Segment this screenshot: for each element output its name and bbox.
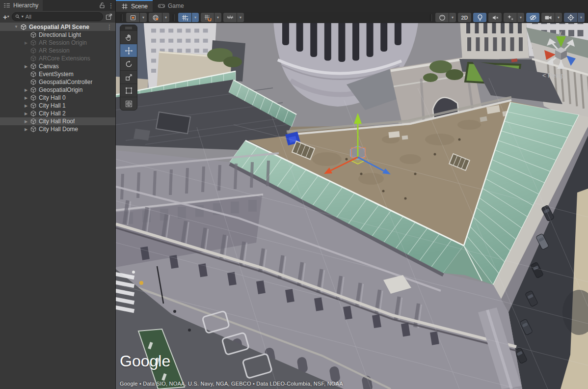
gameobject-cube-icon xyxy=(29,47,37,55)
hierarchy-item-label: GeospatialOrigin xyxy=(39,86,82,93)
hierarchy-item-arcore-extensions[interactable]: ARCore Extensions xyxy=(0,55,115,62)
transform-tool-button[interactable] xyxy=(120,97,137,110)
globe-icon xyxy=(152,14,160,22)
hierarchy-item-label: AR Session Origin xyxy=(39,39,87,46)
2d-toggle-button[interactable]: 2D xyxy=(458,13,471,22)
hierarchy-item-directional-light[interactable]: Directional Light xyxy=(0,31,115,39)
gameobject-cube-icon xyxy=(29,78,37,86)
gizmos-button[interactable] xyxy=(564,13,577,22)
gameobject-cube-icon xyxy=(29,125,37,133)
expand-arrow-icon[interactable]: ▶ xyxy=(23,88,29,92)
hierarchy-item-ar-session[interactable]: AR Session xyxy=(0,47,115,55)
scene-view-toolbar: ▾ ▾ ▾ xyxy=(116,12,588,23)
hierarchy-search-input[interactable] xyxy=(25,13,100,20)
scale-tool-button[interactable] xyxy=(120,70,137,83)
pivot-mode-button[interactable] xyxy=(126,13,139,22)
search-popout-icon[interactable] xyxy=(105,13,113,21)
hierarchy-item-city-hall-2[interactable]: ▶City Hall 2 xyxy=(0,110,115,117)
tab-game[interactable]: Game xyxy=(153,0,189,12)
hierarchy-item-geospatialorigin[interactable]: ▶GeospatialOrigin xyxy=(0,86,115,94)
scene-options-kebab-icon[interactable]: ⋮ xyxy=(107,24,115,30)
grid-snapping-dropdown[interactable]: ▾ xyxy=(192,13,199,22)
increment-snap-dropdown[interactable]: ▾ xyxy=(237,13,244,22)
tab-hierarchy[interactable]: Hierarchy xyxy=(0,0,43,11)
2d-label: 2D xyxy=(461,15,468,21)
move-tool-button[interactable] xyxy=(120,44,137,57)
hierarchy-item-city-hall-1[interactable]: ▶City Hall 1 xyxy=(0,102,115,110)
gameobject-cube-icon xyxy=(29,55,37,62)
hierarchy-item-ar-session-origin[interactable]: ▶AR Session Origin xyxy=(0,39,115,47)
expand-arrow-icon[interactable]: ▶ xyxy=(23,96,29,100)
expand-arrow-icon[interactable]: ▼ xyxy=(13,25,20,29)
hierarchy-item-label: Directional Light xyxy=(39,31,81,38)
increment-snap-button[interactable] xyxy=(223,13,237,22)
overlay-drag-handle[interactable] xyxy=(120,25,137,30)
gizmos-dropdown[interactable]: ▾ xyxy=(578,13,585,22)
chevron-down-icon: ▾ xyxy=(7,15,9,19)
expand-arrow-icon[interactable]: ▶ xyxy=(23,111,29,116)
grid-snapping-button[interactable] xyxy=(178,13,191,22)
tab-scene[interactable]: Scene xyxy=(116,0,153,12)
snap-toggle-dropdown[interactable]: ▾ xyxy=(214,13,221,22)
hierarchy-item-canvas[interactable]: ▶Canvas xyxy=(0,62,115,70)
gameobject-cube-icon xyxy=(29,117,37,125)
draw-mode-dropdown[interactable]: ▾ xyxy=(449,13,456,22)
hierarchy-item-label: GeospatialController xyxy=(39,79,92,85)
audio-toggle-button[interactable] xyxy=(488,13,502,22)
gameobject-cube-icon xyxy=(29,110,37,117)
rotate-tool-button[interactable] xyxy=(120,57,137,70)
hierarchy-item-label: City Hall Dome xyxy=(39,126,78,133)
gameobject-cube-icon xyxy=(29,102,37,110)
projection-mode-label[interactable]: < Persp xyxy=(542,72,564,79)
orientation-dropdown[interactable]: ▾ xyxy=(162,13,169,22)
scene-tab-label: Scene xyxy=(131,3,148,10)
rect-tool-button[interactable] xyxy=(120,83,137,97)
hierarchy-item-city-hall-dome[interactable]: ▶City Hall Dome xyxy=(0,125,115,133)
map-data-attribution: Google • Data SIO, NOAA, U.S. Navy, NGA,… xyxy=(120,381,343,387)
effects-toggle-button[interactable] xyxy=(504,13,517,22)
hierarchy-item-city-hall-roof[interactable]: ▶City Hall Roof xyxy=(0,117,115,125)
expand-arrow-icon[interactable]: ▶ xyxy=(23,127,29,132)
rect-tool-icon xyxy=(125,86,133,95)
pivot-mode-dropdown[interactable]: ▾ xyxy=(140,13,147,22)
create-object-button[interactable]: + ▾ xyxy=(2,13,10,21)
search-filter-caret-icon[interactable]: ▾ xyxy=(22,15,24,19)
unity-editor-window: Hierarchy ⋮ + ▾ ▾ ▼ xyxy=(0,0,588,389)
camera-settings-button[interactable] xyxy=(541,13,555,22)
hierarchy-item-city-hall-0[interactable]: ▶City Hall 0 xyxy=(0,94,115,102)
hierarchy-item-eventsystem[interactable]: EventSystem xyxy=(0,70,115,78)
hierarchy-scene-root[interactable]: ▼ Geospatial API Scene ⋮ xyxy=(0,23,115,31)
hierarchy-searchbox: ▾ xyxy=(12,12,103,21)
view-hand-tool-button[interactable] xyxy=(120,30,137,44)
expand-arrow-icon[interactable]: ▶ xyxy=(23,64,29,69)
hierarchy-item-geospatialcontroller[interactable]: GeospatialController xyxy=(0,78,115,86)
expand-arrow-icon[interactable]: ▶ xyxy=(23,41,29,45)
hierarchy-menu-kebab-icon[interactable]: ⋮ xyxy=(107,0,115,11)
lighting-toggle-button[interactable] xyxy=(473,13,486,22)
unity-scene-icon xyxy=(20,23,27,31)
gameobject-cube-icon xyxy=(29,31,37,39)
toolbar-separator xyxy=(121,14,123,21)
camera-settings-dropdown[interactable]: ▾ xyxy=(555,13,562,22)
scene-root-label: Geospatial API Scene xyxy=(29,24,89,30)
move-tool-icon xyxy=(125,47,133,55)
snap-toggle-button[interactable] xyxy=(201,13,214,22)
hierarchy-panel-icon xyxy=(3,1,11,9)
expand-arrow-icon[interactable]: ▶ xyxy=(23,104,29,108)
hierarchy-item-label: City Hall 1 xyxy=(39,102,66,109)
lock-icon[interactable] xyxy=(98,0,107,11)
scene-visibility-button[interactable] xyxy=(526,13,539,22)
gameobject-cube-icon xyxy=(29,94,37,102)
orientation-globe-button[interactable] xyxy=(149,13,162,22)
hierarchy-tabbar: Hierarchy ⋮ xyxy=(0,0,115,11)
draw-mode-button[interactable] xyxy=(435,13,449,22)
scene-canvas[interactable]: y < Persp xyxy=(116,12,588,389)
hierarchy-panel: Hierarchy ⋮ + ▾ ▾ ▼ xyxy=(0,0,116,389)
scene-tabbar: Scene Game xyxy=(116,0,588,12)
plus-icon: + xyxy=(3,13,7,21)
scene-view: Scene Game xyxy=(116,0,588,389)
effects-dropdown[interactable]: ▾ xyxy=(517,13,524,22)
expand-arrow-icon[interactable]: ▶ xyxy=(23,119,29,124)
scene-viewport[interactable]: y < Persp ▾ ▾ xyxy=(116,12,588,389)
lightbulb-icon xyxy=(476,14,484,22)
